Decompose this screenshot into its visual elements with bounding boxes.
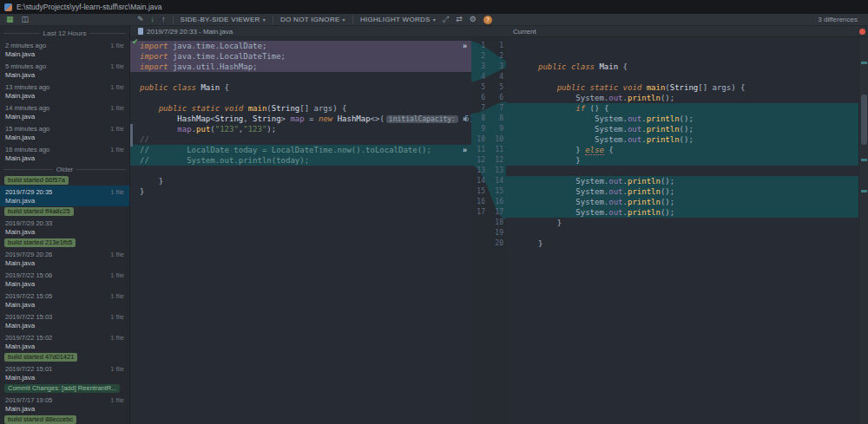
line-number: 4 [471, 72, 485, 82]
history-entry[interactable]: 2019/7/22 15:051 fileMain.java [0, 290, 129, 310]
history-badge-row[interactable]: build started 88eccebc [0, 414, 129, 424]
code-line: // System.out.println(today); [130, 155, 471, 166]
history-entry[interactable]: 15 minutes ago1 fileMain.java [0, 122, 129, 143]
main-content: Last 12 Hours2 minutes ago1 fileMain.jav… [0, 26, 868, 424]
line-number: 13 [490, 166, 503, 176]
code-token: HashMap [338, 114, 371, 123]
change-mark[interactable] [861, 62, 867, 64]
line-number: 6 [471, 93, 485, 103]
history-badge-row[interactable]: build started 47d01421 [0, 352, 129, 362]
history-entry-time: 2019/7/29 20:35 [5, 188, 52, 196]
ide-window: E:\studyProjects\yyf-learn-stuff\src\Mai… [0, 0, 868, 424]
divider [76, 169, 126, 170]
code-token: println [628, 198, 661, 206]
code-token: // [140, 135, 149, 144]
code-token: println [628, 94, 661, 102]
history-entry[interactable]: 2019/7/22 15:061 fileMain.java [0, 269, 129, 290]
toolbar: ▦ ◫ ✎ ↓ ↑ SIDE-BY-SIDE VIEWER ▾ DO NOT I… [0, 14, 868, 26]
history-badge-row[interactable]: build started 66f57a [0, 175, 129, 186]
code-line: public static void main(String[] args) { [130, 103, 471, 114]
previous-difference-icon[interactable]: ↑ [161, 16, 166, 23]
line-number: 16 [490, 197, 503, 207]
history-entry[interactable]: 2019/7/22 15:021 fileMain.java [0, 331, 129, 352]
history-entry[interactable]: 5 minutes ago1 fileMain.java [0, 60, 129, 81]
apply-change-chevron-icon[interactable]: » [463, 41, 473, 51]
expand-icon[interactable]: ⤢ [443, 16, 449, 23]
code-token: System. [538, 187, 608, 196]
code-token: initialCapacity: [386, 115, 458, 123]
history-entry[interactable]: 14 minutes ago1 fileMain.java [0, 101, 129, 122]
code-token: // System.out.println(today); [140, 156, 309, 165]
code-line: import java.time.LocalDateTime; [130, 51, 471, 62]
history-badge-row[interactable]: build started 213e1fb5 [0, 238, 129, 248]
history-entry-time: 15 minutes ago [5, 125, 49, 133]
line-number: 10 [471, 134, 485, 145]
code-token: out [608, 94, 622, 102]
history-entry-file: Main.java [5, 259, 124, 267]
apply-change-chevron-icon[interactable]: » [463, 145, 473, 155]
history-entry[interactable]: 16 minutes ago1 fileMain.java [0, 143, 129, 164]
code-token: public static void [159, 104, 244, 113]
file-icon [4, 3, 12, 11]
history-entry[interactable]: 2019/7/29 20:351 fileMain.java [0, 186, 129, 206]
history-entry-count: 1 file [110, 104, 124, 112]
line-number: 5 [471, 82, 485, 93]
history-entry[interactable]: 2 minutes ago1 fileMain.java [0, 39, 129, 60]
history-badge-row[interactable]: Commit Changes: [add] ReentrantR... [0, 383, 129, 394]
change-mark[interactable] [861, 190, 867, 192]
apply-change-chevron-icon[interactable]: » [463, 114, 473, 124]
next-difference-icon[interactable]: ↓ [151, 16, 155, 23]
swap-sides-icon[interactable]: ⇄ [456, 16, 463, 23]
code-line: public class Main { [130, 82, 471, 93]
edit-icon[interactable]: ✎ [137, 16, 144, 23]
history-entry[interactable]: 2019/7/29 20:33Main.java [0, 217, 129, 238]
code-token: import [140, 42, 168, 50]
panels-icon[interactable]: ◫ [22, 16, 30, 23]
history-entry-time: 2019/7/17 19:05 [5, 396, 52, 404]
code-token: } [538, 146, 585, 154]
history-entry[interactable]: 2019/7/22 15:031 fileMain.java [0, 310, 129, 331]
history-entry-count: 1 file [110, 365, 124, 373]
history-badge-row[interactable]: build started ff4a8c25 [0, 206, 129, 217]
viewer-dropdown[interactable]: SIDE-BY-SIDE VIEWER ▾ [181, 16, 266, 23]
left-scrollbar-thumb[interactable] [130, 124, 133, 147]
history-entry[interactable]: 2019/7/29 20:261 fileMain.java [0, 248, 129, 269]
settings-gear-icon[interactable]: ⚙ [470, 16, 477, 23]
code-token: out [628, 135, 641, 144]
history-section-header: Older [0, 164, 129, 175]
history-sidebar[interactable]: Last 12 Hours2 minutes ago1 fileMain.jav… [0, 26, 130, 424]
history-entry-file: Main.java [5, 113, 124, 121]
right-scrollbar-thumb[interactable] [861, 95, 867, 145]
code-token: (); [661, 177, 674, 186]
toolbar-divider [273, 16, 273, 24]
history-entry[interactable]: 2019/7/17 19:051 fileMain.java [0, 394, 129, 414]
history-entry-file: Main.java [5, 228, 124, 236]
error-stripe[interactable] [858, 37, 868, 424]
line-number: 11 [490, 145, 503, 155]
left-editor[interactable]: import java.time.LocalDate;import java.t… [130, 37, 471, 424]
right-editor[interactable]: public class Main { public static void m… [506, 37, 858, 424]
help-icon[interactable]: ? [483, 16, 492, 24]
code-token: (); [680, 135, 694, 144]
code-token: System. [538, 135, 628, 144]
ignore-policy-dropdown[interactable]: DO NOT IGNORE ▾ [280, 16, 345, 23]
line-number: 5 [490, 82, 503, 93]
code-token: <>( [371, 114, 385, 123]
code-token: } [538, 219, 562, 227]
history-entry[interactable]: 13 minutes ago1 fileMain.java [0, 81, 129, 101]
project-grid-icon[interactable]: ▦ [6, 16, 14, 23]
divider [3, 33, 40, 34]
line-number: 16 [471, 197, 485, 207]
code-token: System. [538, 208, 608, 217]
history-entry-time: 2019/7/22 15:05 [5, 292, 52, 300]
code-token: main [248, 104, 267, 113]
line-number: 7 [490, 103, 503, 114]
code-token: } [140, 187, 144, 196]
history-entry[interactable]: 2019/7/22 15:011 fileMain.java [0, 362, 129, 383]
highlight-policy-dropdown[interactable]: HIGHLIGHT WORDS ▾ [360, 16, 436, 23]
code-line: map.put("123","123"); [130, 124, 471, 134]
viewer-dropdown-label: SIDE-BY-SIDE VIEWER [181, 16, 260, 23]
code-token: // LocalDate today = LocalDateTime.now()… [140, 146, 431, 154]
right-pane-title: Current [513, 28, 536, 36]
change-mark[interactable] [861, 159, 867, 161]
